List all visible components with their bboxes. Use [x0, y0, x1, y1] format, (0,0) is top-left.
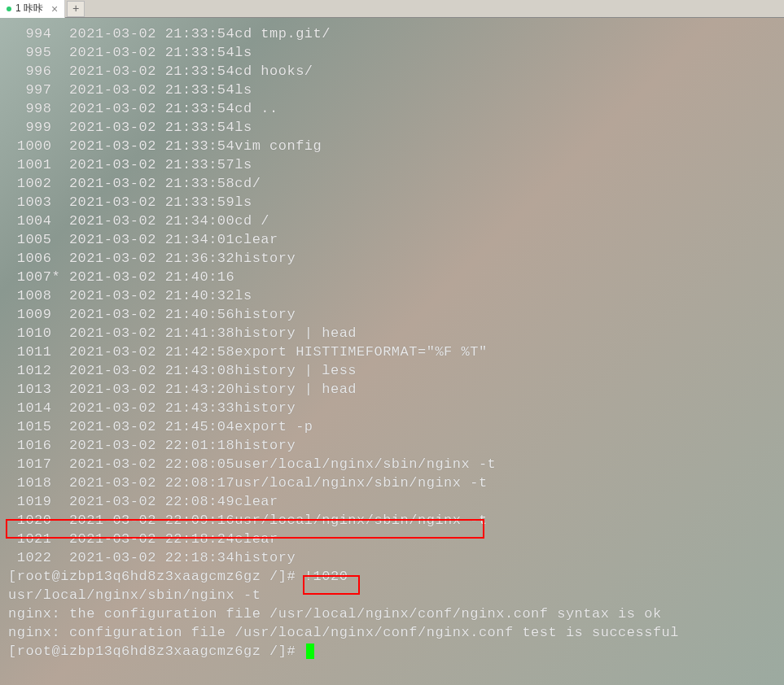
history-line: 1019 2021-03-02 22:08:49clear	[8, 492, 776, 511]
history-line: 1000 2021-03-02 21:33:54vim config	[8, 137, 776, 155]
history-line: 1016 2021-03-02 22:01:18history	[8, 436, 776, 455]
history-line: 994 2021-03-02 21:33:54cd tmp.git/	[8, 24, 776, 43]
history-line: 1002 2021-03-02 21:33:58cd/	[8, 174, 776, 193]
close-icon[interactable]: ×	[51, 2, 58, 15]
history-line: 1011 2021-03-02 21:42:58export HISTTIMEF…	[8, 342, 776, 361]
output-line: nginx: the configuration file /usr/local…	[8, 604, 776, 623]
tab-label: 1 咔咔	[15, 2, 43, 15]
tab-bar: 1 咔咔 × +	[0, 0, 784, 18]
history-line: 1003 2021-03-02 21:33:59ls	[8, 193, 776, 212]
history-line: 1007* 2021-03-02 21:40:16	[8, 268, 776, 286]
output-line: nginx: configuration file /usr/local/ngi…	[8, 623, 776, 642]
plus-icon: +	[72, 2, 79, 15]
terminal-tab[interactable]: 1 咔咔 ×	[0, 0, 65, 18]
history-line: 1006 2021-03-02 21:36:32history	[8, 249, 776, 268]
cursor-icon	[306, 644, 314, 659]
history-line: 1018 2021-03-02 22:08:17usr/local/nginx/…	[8, 473, 776, 492]
prompt-line: [root@izbp13q6hd8z3xaagcmz6gz /]# !1020	[8, 567, 776, 586]
history-line: 1001 2021-03-02 21:33:57ls	[8, 155, 776, 174]
history-line: 1004 2021-03-02 21:34:00cd /	[8, 212, 776, 230]
prompt-line: [root@izbp13q6hd8z3xaagcmz6gz /]#	[8, 642, 776, 661]
add-tab-button[interactable]: +	[67, 1, 85, 17]
history-line: 997 2021-03-02 21:33:54ls	[8, 81, 776, 99]
history-line: 1012 2021-03-02 21:43:08history | less	[8, 361, 776, 380]
terminal-output[interactable]: 994 2021-03-02 21:33:54cd tmp.git/ 995 2…	[0, 18, 784, 667]
history-line: 1020 2021-03-02 22:09:16usr/local/nginx/…	[8, 511, 776, 530]
history-line: 1005 2021-03-02 21:34:01clear	[8, 230, 776, 249]
history-line: 995 2021-03-02 21:33:54ls	[8, 43, 776, 62]
history-line: 1015 2021-03-02 21:45:04export -p	[8, 417, 776, 436]
history-line: 996 2021-03-02 21:33:54cd hooks/	[8, 62, 776, 81]
history-line: 1022 2021-03-02 22:18:34history	[8, 548, 776, 567]
history-line: 998 2021-03-02 21:33:54cd ..	[8, 99, 776, 118]
output-line: usr/local/nginx/sbin/nginx -t	[8, 586, 776, 604]
history-line: 999 2021-03-02 21:33:54ls	[8, 118, 776, 137]
history-line: 1013 2021-03-02 21:43:20history | head	[8, 380, 776, 399]
status-dot-icon	[7, 7, 11, 11]
history-line: 1008 2021-03-02 21:40:32ls	[8, 286, 776, 305]
history-line: 1014 2021-03-02 21:43:33history	[8, 399, 776, 417]
history-line: 1009 2021-03-02 21:40:56history	[8, 305, 776, 324]
history-line: 1021 2021-03-02 22:18:24clear	[8, 530, 776, 548]
history-line: 1017 2021-03-02 22:08:05user/local/nginx…	[8, 455, 776, 473]
history-line: 1010 2021-03-02 21:41:38history | head	[8, 324, 776, 342]
